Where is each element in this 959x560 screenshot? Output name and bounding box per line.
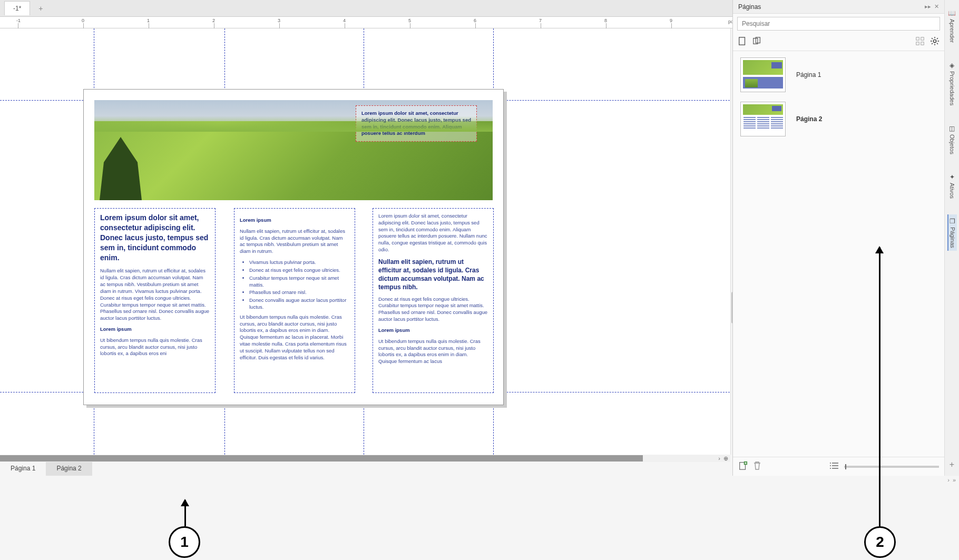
- svg-rect-3: [916, 37, 919, 40]
- list-item: Curabitur tempus tempor neque sit amet m…: [249, 275, 349, 289]
- stack-icon: ✦: [950, 173, 955, 181]
- thumbnail-label[interactable]: Página 1: [796, 71, 821, 78]
- thumbnail-label[interactable]: Página 2: [796, 115, 822, 123]
- column-subheading: Lorem ipsum: [378, 327, 488, 334]
- svg-rect-0: [739, 37, 745, 45]
- horizontal-scrollbar[interactable]: › ⊕: [0, 455, 730, 462]
- page[interactable]: Lorem ipsum dolor sit amet, consectetur …: [83, 89, 504, 405]
- side-tab-objects[interactable]: ◫Objetos: [948, 122, 956, 158]
- collapse-docker-icon[interactable]: ▸▸: [925, 3, 931, 10]
- next-icon[interactable]: ›: [947, 477, 950, 483]
- scroll-right-icon[interactable]: ›: [718, 455, 720, 461]
- side-tab-properties[interactable]: ◈Propriedades: [948, 58, 956, 109]
- paragraph-text: Ut bibendum tempus nulla quis molestie. …: [100, 337, 210, 357]
- page-tab-1[interactable]: Página 1: [0, 462, 46, 476]
- gear-icon[interactable]: [929, 36, 940, 46]
- single-page-view-icon[interactable]: [737, 36, 748, 46]
- paragraph-text: Ut bibendum tempus nulla quis molestie. …: [240, 314, 349, 361]
- side-tab-learn[interactable]: 📖Aprender: [947, 6, 957, 46]
- docker-header: Páginas ▸▸ ✕: [733, 0, 944, 14]
- search-input[interactable]: [737, 17, 940, 31]
- document-tab[interactable]: -1*: [4, 1, 30, 15]
- svg-rect-6: [921, 42, 924, 45]
- paragraph-text: Nullam elit sapien, rutrum ut efficitur …: [100, 268, 210, 322]
- add-document-button[interactable]: +: [34, 2, 47, 15]
- column-subheading: Lorem ipsum: [100, 326, 210, 333]
- column-heading: Nullam elit sapien, rutrum ut efficitur …: [378, 258, 488, 292]
- hero-text-frame[interactable]: Lorem ipsum dolor sit amet, consectetur …: [356, 105, 477, 142]
- status-bar: › »: [0, 476, 959, 486]
- paragraph-text: Nullam elit sapien, rutrum ut efficitur …: [240, 228, 349, 255]
- paragraph-text: Donec at risus eget felis congue ultrici…: [378, 296, 488, 323]
- horizontal-ruler[interactable]: -10123456789 pol: [0, 17, 738, 28]
- docker-footer: [733, 457, 944, 476]
- close-docker-icon[interactable]: ✕: [934, 3, 939, 10]
- diamond-icon: ◈: [950, 62, 954, 69]
- page-thumbnail-row[interactable]: Página 2: [740, 102, 937, 136]
- list-item: Phasellus sed ornare nisl.: [249, 289, 349, 296]
- list-item: Vivamus luctus pulvinar porta.: [249, 259, 349, 266]
- canvas-area[interactable]: Lorem ipsum dolor sit amet, consectetur …: [0, 28, 732, 455]
- scrollbar-thumb[interactable]: [0, 455, 643, 461]
- page-thumbnail-row[interactable]: Página 1: [740, 57, 937, 92]
- add-docker-button[interactable]: +: [950, 460, 954, 469]
- annotation-callout-1: 1: [169, 526, 200, 558]
- docker-toolbar: [733, 34, 944, 51]
- paragraph-text: Lorem ipsum dolor sit amet, consectetur …: [378, 213, 488, 253]
- hero-image[interactable]: Lorem ipsum dolor sit amet, consectetur …: [94, 100, 493, 200]
- paragraph-text: Ut bibendum tempus nulla quis molestie. …: [378, 338, 488, 365]
- text-column-2[interactable]: Lorem ipsum Nullam elit sapien, rutrum u…: [234, 208, 355, 393]
- column-subheading: Lorem ipsum: [240, 217, 349, 224]
- zoom-navigator-icon[interactable]: ⊕: [723, 455, 728, 462]
- page-thumbnail-2[interactable]: [740, 102, 786, 136]
- grid-thumbnails-icon[interactable]: [915, 36, 925, 46]
- delete-page-icon[interactable]: [753, 461, 761, 473]
- list-item: Donec convallis augue auctor lacus portt…: [249, 297, 349, 311]
- svg-rect-4: [921, 37, 924, 40]
- list-item: Donec at risus eget felis congue ultrici…: [249, 267, 349, 274]
- annotation-arrow: [879, 247, 880, 526]
- docker-title: Páginas: [738, 3, 761, 11]
- multi-page-view-icon[interactable]: [752, 36, 762, 46]
- svg-point-7: [933, 40, 936, 42]
- bullet-list: Vivamus luctus pulvinar porta. Donec at …: [240, 259, 349, 311]
- more-icon[interactable]: »: [953, 477, 956, 483]
- layers-icon: ◫: [949, 125, 955, 132]
- book-icon: 📖: [948, 9, 956, 17]
- svg-rect-5: [916, 42, 919, 45]
- annotation-arrow: [184, 500, 186, 526]
- list-view-icon[interactable]: [829, 462, 839, 471]
- page-thumbnails-list: Página 1 Página 2: [733, 51, 944, 457]
- text-column-1[interactable]: Lorem ipsum dolor sit amet, consectetur …: [94, 208, 216, 393]
- side-tab-pages[interactable]: ❐Páginas: [947, 214, 957, 251]
- thumbnail-size-slider[interactable]: [844, 466, 939, 468]
- column-heading: Lorem ipsum dolor sit amet, consectetur …: [100, 213, 210, 262]
- page-tab-2[interactable]: Página 2: [46, 462, 92, 476]
- side-tab-assets[interactable]: ✦Ativos: [948, 170, 956, 202]
- pages-icon: ❐: [950, 218, 955, 225]
- page-thumbnail-1[interactable]: [740, 57, 786, 92]
- text-column-3[interactable]: Lorem ipsum dolor sit amet, consectetur …: [373, 208, 494, 393]
- add-page-icon[interactable]: [738, 461, 748, 473]
- docker-side-tabs: 📖Aprender ◈Propriedades ◫Objetos ✦Ativos…: [944, 0, 959, 476]
- pages-docker: Páginas ▸▸ ✕: [732, 0, 959, 476]
- annotation-callout-2: 2: [864, 526, 896, 558]
- page-navigator-tabs: Página 1 Página 2: [0, 462, 732, 476]
